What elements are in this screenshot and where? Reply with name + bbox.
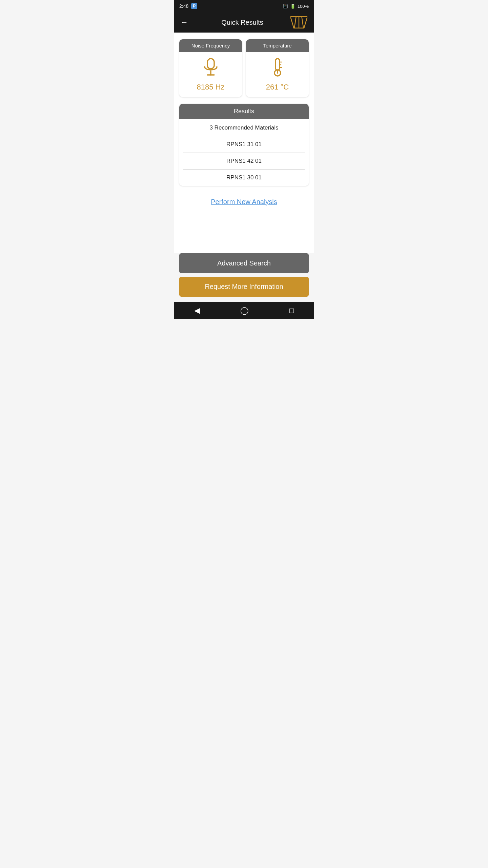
noise-frequency-value: 8185 Hz xyxy=(197,83,225,92)
header: ← Quick Results xyxy=(174,12,314,33)
status-bar: 2:48 P 📳 🔋 100% xyxy=(174,0,314,12)
back-nav-icon[interactable]: ◀ xyxy=(194,306,200,315)
logo-icon xyxy=(290,16,307,29)
home-nav-icon[interactable]: ◯ xyxy=(240,306,249,315)
temperature-card: Temperature 261 °C xyxy=(246,39,309,97)
svg-rect-7 xyxy=(276,59,280,70)
request-more-info-button[interactable]: Request More Information xyxy=(179,277,309,297)
sensor-row: Noise Frequency 8185 Hz Temperature xyxy=(179,39,309,97)
results-header: Results xyxy=(179,104,309,119)
thermometer-icon xyxy=(269,58,286,79)
back-button[interactable]: ← xyxy=(181,18,194,27)
svg-rect-4 xyxy=(207,59,214,69)
result-item-2: RPNS1 42 01 xyxy=(179,153,309,169)
noise-frequency-card: Noise Frequency 8185 Hz xyxy=(179,39,242,97)
temperature-value: 261 °C xyxy=(266,83,289,92)
perform-new-analysis-link[interactable]: Perform New Analysis xyxy=(211,198,277,205)
battery-icon: 🔋 xyxy=(290,4,296,9)
results-card: Results 3 Recommended Materials RPNS1 31… xyxy=(179,104,309,186)
perform-new-analysis-section: Perform New Analysis xyxy=(179,193,309,213)
svg-line-1 xyxy=(294,17,296,28)
battery-percent: 100% xyxy=(298,4,309,9)
noise-frequency-header: Noise Frequency xyxy=(179,39,242,52)
temperature-header: Temperature xyxy=(246,39,309,52)
status-right: 📳 🔋 100% xyxy=(283,4,309,9)
vibrate-icon: 📳 xyxy=(283,4,288,9)
svg-line-2 xyxy=(302,17,303,28)
status-left: 2:48 P xyxy=(179,3,197,9)
spacer xyxy=(179,213,309,246)
advanced-search-button[interactable]: Advanced Search xyxy=(179,253,309,273)
nav-bar: ◀ ◯ □ xyxy=(174,302,314,319)
recent-apps-nav-icon[interactable]: □ xyxy=(289,306,294,315)
result-item-3: RPNS1 30 01 xyxy=(179,170,309,186)
result-item-1: RPNS1 31 01 xyxy=(179,136,309,153)
bottom-buttons: Advanced Search Request More Information xyxy=(174,253,314,302)
main-content: Noise Frequency 8185 Hz Temperature xyxy=(174,33,314,253)
results-body: 3 Recommended Materials RPNS1 31 01 RPNS… xyxy=(179,119,309,186)
microphone-icon xyxy=(203,58,219,79)
status-time: 2:48 xyxy=(179,3,188,9)
page-title: Quick Results xyxy=(194,19,290,26)
noise-frequency-body: 8185 Hz xyxy=(179,52,242,97)
results-summary: 3 Recommended Materials xyxy=(179,119,309,136)
parking-icon: P xyxy=(191,3,197,9)
temperature-body: 261 °C xyxy=(246,52,309,97)
